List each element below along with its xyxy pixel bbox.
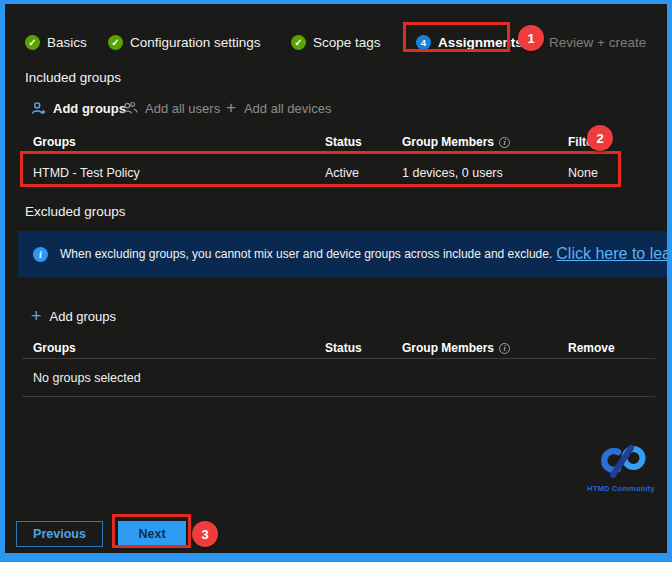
previous-button[interactable]: Previous [16, 521, 103, 547]
add-all-users-button[interactable]: Add all users [122, 99, 220, 117]
table-divider [22, 358, 655, 359]
plus-icon: + [31, 309, 42, 323]
no-groups-selected-text: No groups selected [33, 371, 141, 385]
add-all-devices-label: Add all devices [244, 101, 331, 116]
person-add-icon [31, 101, 46, 116]
step-number-badge: 4 [416, 35, 431, 50]
learn-more-link[interactable]: Click here to learn more about [556, 245, 667, 263]
tab-basics[interactable]: ✓ Basics [25, 27, 87, 57]
info-icon: i [499, 343, 510, 354]
excluded-add-groups-button[interactable]: + Add groups [31, 307, 116, 325]
tab-scope-tags-label: Scope tags [313, 35, 381, 50]
people-icon [122, 101, 138, 116]
table-divider [22, 396, 655, 397]
tab-basics-label: Basics [47, 35, 87, 50]
included-col-groups: Groups [33, 135, 76, 149]
tab-configuration-settings-label: Configuration settings [130, 35, 261, 50]
add-all-users-label: Add all users [145, 101, 220, 116]
tab-configuration-settings[interactable]: ✓ Configuration settings [108, 27, 261, 57]
tab-review-create[interactable]: Review + create [549, 27, 646, 57]
check-icon: ✓ [291, 35, 306, 50]
annotation-circle-1: 1 [518, 25, 544, 51]
htmd-community-logo: HTMD Community [585, 442, 657, 493]
excluded-col-groups: Groups [33, 341, 76, 355]
tab-review-create-label: Review + create [549, 35, 646, 50]
info-banner: i When excluding groups, you cannot mix … [18, 231, 667, 277]
excluded-add-groups-label: Add groups [50, 309, 117, 324]
group-row-status: Active [325, 166, 359, 180]
htmd-community-label: HTMD Community [587, 484, 655, 493]
tab-assignments[interactable]: 4 Assignments [416, 27, 523, 57]
group-row-name[interactable]: HTMD - Test Policy [33, 166, 140, 180]
add-all-devices-button[interactable]: + Add all devices [226, 99, 331, 117]
add-groups-button[interactable]: Add groups [31, 99, 126, 117]
tab-assignments-label: Assignments [438, 35, 523, 50]
info-banner-icon: i [33, 247, 48, 262]
included-col-status: Status [325, 135, 362, 149]
annotation-circle-2: 2 [587, 125, 613, 151]
add-groups-label: Add groups [53, 101, 126, 116]
excluded-col-group-members: Group Membersi [402, 341, 510, 355]
excluded-groups-heading: Excluded groups [25, 204, 126, 219]
check-icon: ✓ [25, 35, 40, 50]
group-row-filter[interactable]: None [568, 166, 598, 180]
excluded-col-remove: Remove [568, 341, 615, 355]
info-banner-text: When excluding groups, you cannot mix us… [60, 247, 552, 261]
wizard-panel: ✓ Basics ✓ Configuration settings ✓ Scop… [5, 4, 667, 553]
check-icon: ✓ [108, 35, 123, 50]
tab-scope-tags[interactable]: ✓ Scope tags [291, 27, 381, 57]
group-row-members: 1 devices, 0 users [402, 166, 503, 180]
annotation-circle-3: 3 [192, 521, 218, 547]
info-icon: i [499, 137, 510, 148]
included-groups-heading: Included groups [25, 70, 121, 85]
screenshot-frame: ✓ Basics ✓ Configuration settings ✓ Scop… [0, 0, 672, 562]
plus-icon: + [226, 101, 236, 115]
next-button[interactable]: Next [118, 521, 186, 546]
included-col-group-members: Group Membersi [402, 135, 510, 149]
excluded-col-status: Status [325, 341, 362, 355]
htmd-logo-mark [592, 442, 650, 482]
